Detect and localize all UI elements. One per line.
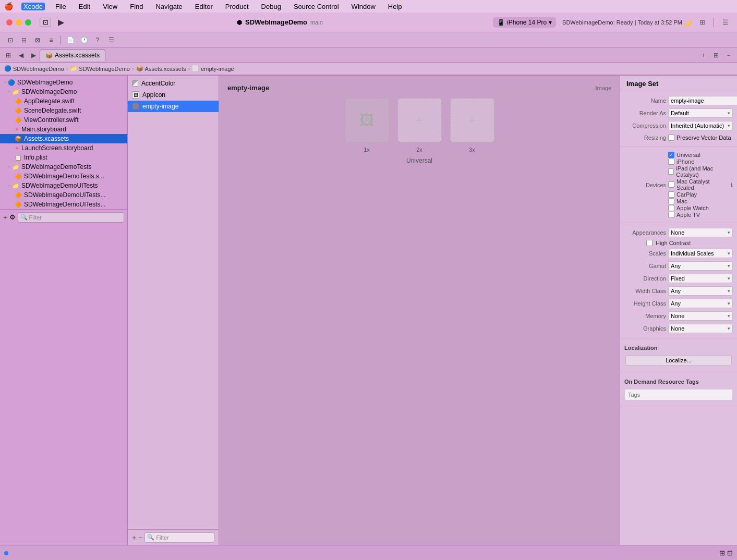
menubar-xcode[interactable]: Xcode <box>21 3 45 10</box>
device-iphone-checkbox[interactable] <box>668 159 674 165</box>
sidebar-item-uitests[interactable]: › 📁 SDWebImageDemoUITests <box>0 181 127 190</box>
device-apple-tv-checkbox[interactable] <box>668 212 674 218</box>
asset-item-accentcolor[interactable]: AccentColor <box>128 78 219 89</box>
localize-button[interactable]: Localize... <box>625 355 732 366</box>
tab-forward-button[interactable]: ▶ <box>27 49 40 62</box>
sidebar-settings-button[interactable]: ⚙ <box>9 213 16 221</box>
sidebar-item-viewcontroller[interactable]: 🔶 ViewController.swift <box>0 115 127 125</box>
sidebar-item-uitests1[interactable]: 🔶 SDWebImageDemoUITests... <box>0 190 127 200</box>
question-icon-button[interactable]: ? <box>91 34 104 46</box>
breadcrumb-root[interactable]: 🔵 SDWebImageDemo <box>4 65 64 72</box>
menubar-window[interactable]: Window <box>349 3 378 10</box>
run-button[interactable]: ▶ <box>55 17 67 28</box>
device-selector[interactable]: 📱 iPhone 14 Pro ▾ <box>493 17 556 28</box>
inspector-memory-select[interactable]: None ▾ <box>668 311 733 321</box>
sidebar-item-infoplist[interactable]: 📋 Info.plist <box>0 153 127 162</box>
image-slot-1x-box[interactable]: 🖼 <box>345 98 389 142</box>
info-icon[interactable]: ℹ <box>731 182 733 188</box>
tab-add-button[interactable]: + <box>697 49 710 62</box>
asset-remove-button[interactable]: − <box>138 533 142 542</box>
menubar-editor[interactable]: Editor <box>193 3 215 10</box>
bottombar-icon1[interactable]: ⊞ <box>719 549 725 557</box>
file-icon-button[interactable]: 📄 <box>64 34 77 46</box>
image-slot-3x: + 3x <box>450 98 494 153</box>
add-editor-button[interactable]: ⊞ <box>697 17 707 28</box>
sidebar-item-uitests2[interactable]: 🔶 SDWebImageDemoUITests... <box>0 200 127 209</box>
inspector-detail-button[interactable]: ☰ <box>105 34 117 46</box>
sidebar-item-launchscreen-label: LaunchScreen.storyboard <box>21 144 93 152</box>
menubar-source-control[interactable]: Source Control <box>292 3 341 10</box>
sidebar-item-root[interactable]: › 🔵 SDWebImageDemo <box>0 78 127 87</box>
inspector-graphics-select[interactable]: None ▾ <box>668 324 733 333</box>
maximize-button[interactable] <box>25 19 31 26</box>
inspector-scales-select[interactable]: Individual Scales ▾ <box>668 249 733 258</box>
sidebar-item-group[interactable]: › 📁 SDWebImageDemo <box>0 87 127 96</box>
sidebar-item-mainstoryboard[interactable]: ✦ Main.storyboard <box>0 125 127 134</box>
device-mac-checkbox[interactable] <box>668 198 674 204</box>
split-button[interactable]: ≡ <box>45 34 57 46</box>
toolbar: ⊡ ⊟ ⊠ ≡ 📄 🕐 ? ☰ <box>0 32 737 48</box>
sidebar-toggle-button[interactable]: ⊡ <box>40 18 51 27</box>
menubar-product[interactable]: Product <box>223 3 251 10</box>
image-slot-3x-box[interactable]: + <box>450 98 494 142</box>
inspector-compression-select[interactable]: Inherited (Automatic) ▾ <box>668 121 733 130</box>
inspector-gamut-select[interactable]: Any ▾ <box>668 261 733 271</box>
breadcrumb-image[interactable]: ⬜ empty-image <box>192 65 234 72</box>
asset-add-button[interactable]: + <box>132 533 136 542</box>
inspector-resizing-checkbox[interactable] <box>668 135 674 141</box>
navigator-icon-button[interactable]: ⊡ <box>4 34 17 46</box>
tab-minimize-button[interactable]: − <box>722 49 735 62</box>
menubar-file[interactable]: File <box>53 3 68 10</box>
breadcrumb-group[interactable]: 📁 SDWebImageDemo <box>70 65 130 72</box>
inspector-toggle-button[interactable]: ☰ <box>720 17 731 28</box>
minimize-button[interactable] <box>16 19 22 26</box>
show-editor-button[interactable]: ⊟ <box>18 34 30 46</box>
inspector-tags-input[interactable] <box>624 389 733 400</box>
clock-icon-button[interactable]: 🕐 <box>78 34 90 46</box>
menubar-view[interactable]: View <box>101 3 119 10</box>
inspector-render-select[interactable]: Default ▾ <box>668 108 733 118</box>
asset-search-input[interactable]: 🔍 Filter <box>144 532 214 543</box>
menubar-find[interactable]: Find <box>128 3 145 10</box>
inspector-high-contrast-checkbox[interactable] <box>646 240 653 246</box>
breadcrumb-assets[interactable]: 📦 Assets.xcassets <box>136 65 186 72</box>
tab-back-button[interactable]: ◀ <box>15 49 27 62</box>
asset-footer: + − 🔍 Filter <box>128 529 219 545</box>
sidebar-item-group-label: SDWebImageDemo <box>21 88 77 95</box>
device-universal-checkbox[interactable]: ✓ <box>668 152 674 158</box>
close-button[interactable] <box>6 19 13 26</box>
inspector-height-class-select[interactable]: Any ▾ <box>668 299 733 308</box>
inspector-name-input[interactable] <box>668 96 737 105</box>
device-carplay-checkbox[interactable] <box>668 191 674 198</box>
sidebar-add-button[interactable]: + <box>3 213 7 221</box>
sidebar-item-tests1[interactable]: 🔶 SDWebImageDemoTests.s... <box>0 172 127 181</box>
menubar-navigate[interactable]: Navigate <box>153 3 184 10</box>
sidebar-item-tests[interactable]: › 📁 SDWebImageDemoTests <box>0 162 127 172</box>
tab-assets-xcassets[interactable]: 📦 Assets.xcassets <box>40 49 105 61</box>
chevron-down-icon: › <box>3 82 8 83</box>
tab-layout-button[interactable]: ⊞ <box>710 49 722 62</box>
device-mac-catalyst-checkbox[interactable] <box>668 181 674 188</box>
tab-nav-grid-button[interactable]: ⊞ <box>2 49 15 62</box>
asset-item-emptyimage[interactable]: empty-image <box>128 101 219 112</box>
asset-item-appicon[interactable]: 🖼 AppIcon <box>128 89 219 101</box>
inspector-width-class-select[interactable]: Any ▾ <box>668 286 733 296</box>
device-ipad-checkbox[interactable] <box>668 168 674 175</box>
sidebar-item-scenedelegate[interactable]: 🔶 SceneDelegate.swift <box>0 106 127 115</box>
sidebar-item-appdelegate[interactable]: 🔶 AppDelegate.swift <box>0 96 127 106</box>
sidebar-item-launchscreen[interactable]: ✦ LaunchScreen.storyboard <box>0 143 127 153</box>
sidebar-filter-input[interactable]: 🔍 Filter <box>18 212 124 223</box>
inspector-direction-select[interactable]: Fixed ▾ <box>668 274 733 283</box>
sidebar-item-assets[interactable]: 📦 Assets.xcassets <box>0 134 127 143</box>
traffic-lights <box>6 19 31 26</box>
device-apple-watch-checkbox[interactable] <box>668 205 674 211</box>
menubar-debug[interactable]: Debug <box>259 3 283 10</box>
image-slot-2x-box[interactable]: + <box>397 98 442 142</box>
bottombar-icon2[interactable]: ⊡ <box>727 549 733 557</box>
inspector-appearances-select[interactable]: None ▾ <box>668 228 733 237</box>
menubar-help[interactable]: Help <box>386 3 404 10</box>
moon-icon-button[interactable]: 🌙 <box>682 17 693 28</box>
sidebar-item-viewcontroller-label: ViewController.swift <box>24 116 78 124</box>
debug-area-button[interactable]: ⊠ <box>31 34 44 46</box>
menubar-edit[interactable]: Edit <box>77 3 92 10</box>
